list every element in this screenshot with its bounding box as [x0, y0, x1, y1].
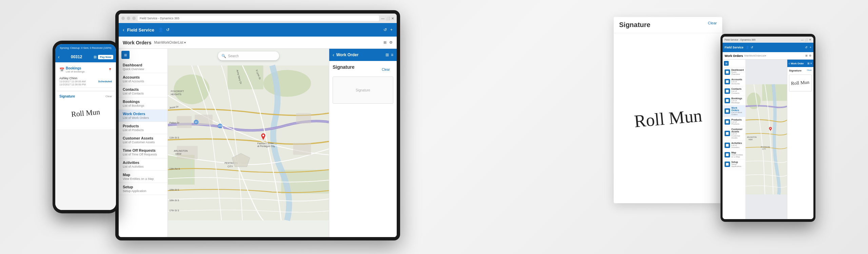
st-sub-header: Work Orders MainWorkOrderList▾ ⊞ ⚙	[723, 52, 813, 60]
browser-btn-min[interactable]	[127, 17, 130, 20]
phone-sig-area[interactable]: Roll Mun	[59, 100, 112, 127]
phone-status-bar: Syncing: Cleanup: 0 Sent, 0 Received (10…	[55, 44, 116, 51]
map-search-bar[interactable]: 🔍 Search	[218, 51, 279, 60]
svg-text:13th Rd S: 13th Rd S	[169, 168, 180, 170]
sidebar-item-setup[interactable]: Setup Setup Application	[119, 183, 167, 195]
sidebar-item-accounts[interactable]: Accounts List of Accounts	[119, 73, 167, 85]
browser-minimize-btn[interactable]: —	[381, 17, 384, 20]
st-right-menu-icon[interactable]: ≡	[810, 62, 812, 65]
st-refresh-icon[interactable]: ↺	[805, 46, 808, 49]
phone-bookings-icon: 📅	[59, 67, 64, 72]
sidebar-item-customer-assets[interactable]: Customer Assets List of Customer Assets	[119, 134, 167, 146]
st-sidebar-item-contacts[interactable]: Contacts List of Contacts	[723, 86, 745, 96]
phone-bookings-section: 📅 Bookings List of bookings 📍 Ashley Chi…	[57, 64, 115, 90]
browser-url-bar[interactable]: Field Service - Dynamics 365	[138, 16, 379, 21]
st-right-back-button[interactable]: ‹	[789, 62, 790, 65]
tablet-large: Field Service - Dynamics 365 — ⬜ ✕ ‹ Fie…	[115, 10, 400, 240]
st-sidebar-item-bookings[interactable]: Bookings List of Bookings	[723, 96, 745, 105]
svg-point-1	[174, 75, 210, 104]
phone-location-icon[interactable]: 📍	[108, 68, 112, 71]
phone-pay-now-button[interactable]: Pay Now	[98, 55, 113, 59]
phone-booking-date-to: 11/2/2017 12:30:00 PM	[59, 83, 86, 86]
dp-clear-button[interactable]: Clear	[708, 21, 717, 25]
settings-icon[interactable]: ⚙	[389, 40, 393, 45]
browser-close-btn[interactable]: ✕	[391, 17, 394, 20]
app-body: ⊞ Dashboard Quick Overview Accounts List…	[119, 49, 397, 237]
st-restore-btn[interactable]: ⬜	[805, 38, 808, 41]
phone-header: ‹ 00312 ⊞ Pay Now	[55, 51, 116, 62]
detail-clear-button[interactable]: Clear	[382, 64, 393, 71]
st-workorders-icon	[725, 108, 730, 114]
detail-back-button[interactable]: ‹	[333, 52, 334, 58]
refresh-icon[interactable]: ↺	[383, 27, 387, 32]
scene: Field Service - Dynamics 365 — ⬜ ✕ ‹ Fie…	[0, 0, 868, 254]
sidebar-item-setup-subtitle: Setup Application	[123, 189, 163, 193]
sidebar-item-contacts-subtitle: List of Contacts	[123, 92, 163, 95]
tablet-large-screen: Field Service - Dynamics 365 — ⬜ ✕ ‹ Fie…	[119, 14, 397, 237]
phone-sig-clear-button[interactable]: Clear	[105, 95, 112, 98]
detail-header-right: ⊞ ≡	[386, 52, 393, 57]
sidebar-item-customer-assets-subtitle: List of Customer Assets	[123, 141, 163, 144]
st-grid-icon[interactable]: ⊞	[805, 54, 808, 57]
phone-sig-header: Signature Clear	[59, 94, 112, 98]
app-back-button[interactable]: ‹	[123, 27, 124, 33]
map-search-icon: 🔍	[221, 54, 226, 58]
st-sidebar-item-accounts[interactable]: Accounts List of Accounts	[723, 77, 745, 86]
sidebar-logo-row: ⊞	[119, 49, 167, 61]
phone-bookings-title: Bookings	[66, 66, 85, 70]
st-sidebar-item-activities[interactable]: Activities List of Activities	[723, 141, 745, 150]
st-setup-icon	[725, 162, 730, 167]
st-sidebar-item-dashboard[interactable]: Dashboard Quick Overview	[723, 67, 745, 77]
detail-menu-icon[interactable]: ≡	[391, 52, 393, 57]
st-settings-icon[interactable]: ⚙	[809, 54, 811, 57]
grid-icon[interactable]: ⊞	[383, 40, 387, 45]
detail-signature-area[interactable]: Signature	[333, 77, 393, 104]
st-sync-icon[interactable]: ↺	[751, 46, 753, 49]
sync-icon[interactable]: ↺	[166, 27, 170, 32]
st-right-grid-icon[interactable]: ⊞	[807, 62, 810, 65]
detail-panel: ‹ Work Order ⊞ ≡ Signature Clear Signat	[329, 49, 397, 237]
st-sidebar-item-workorders[interactable]: Work Orders List of Work Orders	[723, 105, 745, 117]
st-add-icon[interactable]: +	[810, 46, 811, 49]
sidebar-item-time-off[interactable]: Time Off Requests List of Time Off Reque…	[119, 146, 167, 158]
st-sidebar-item-products[interactable]: Products List of Products	[723, 117, 745, 127]
sidebar-item-products[interactable]: Products List of Products	[119, 122, 167, 134]
phone-back-button[interactable]: ‹	[58, 54, 60, 60]
phone-order-number: 00312	[62, 55, 92, 59]
st-right-clear-button[interactable]: Clear	[807, 69, 812, 71]
st-close-btn[interactable]: ✕	[809, 38, 811, 41]
sidebar-item-bookings[interactable]: Bookings List of Bookings	[119, 98, 167, 110]
phone-bookings-title-group: Bookings List of bookings	[66, 66, 85, 73]
st-right-sig-area[interactable]: Roll Mun	[789, 75, 812, 91]
st-sidebar-item-setup[interactable]: Setup Setup Application	[723, 160, 745, 169]
add-icon[interactable]: +	[390, 27, 393, 32]
phone-booking-row[interactable]: Ashley Chinn 11/2/2017 11:00:00 AM 11/2/…	[59, 75, 112, 88]
st-signature-text: Roll Mun	[791, 80, 810, 86]
st-sidebar-item-map[interactable]: Map View Entities on a Map	[723, 150, 745, 160]
sidebar-item-activities[interactable]: Activities List of Activities	[119, 158, 167, 171]
tablet-small: Field Service - Dynamics 365 — ⬜ ✕ Field…	[721, 34, 815, 222]
sidebar-item-activities-title: Activities	[123, 161, 163, 165]
browser-btn-close[interactable]	[121, 17, 125, 20]
detail-grid-icon[interactable]: ⊞	[386, 52, 389, 57]
chevron-down-icon[interactable]: ▾	[184, 41, 186, 44]
st-sidebar-item-customer-assets[interactable]: Customer Assets List of Customer Assets	[723, 127, 745, 141]
st-header-right: ↺ +	[805, 46, 811, 49]
st-sidebar-setup-text: Setup Setup Application	[731, 161, 743, 167]
sidebar-item-bookings-title: Bookings	[123, 100, 163, 104]
phone-signature-text: Roll Mun	[71, 107, 100, 119]
dp-body: Roll Mun	[614, 33, 722, 203]
phone-booking-status: Scheduled	[98, 80, 112, 83]
sidebar-item-map[interactable]: Map View Entities on a Map	[119, 171, 167, 183]
svg-text:11th St S: 11th St S	[169, 136, 179, 139]
sidebar-item-workorders[interactable]: Work Orders List of Work Orders	[119, 110, 167, 122]
phone-grid-icon[interactable]: ⊞	[94, 55, 97, 59]
phone: Syncing: Cleanup: 0 Sent, 0 Received (10…	[53, 41, 119, 213]
browser-restore-btn[interactable]: ⬜	[386, 17, 390, 20]
st-sidebar-map-text: Map View Entities on a Map	[731, 151, 743, 158]
browser-btn-max[interactable]	[132, 17, 136, 20]
map-search-text: Search	[228, 54, 239, 58]
sidebar-item-dashboard[interactable]: Dashboard Quick Overview	[119, 61, 167, 73]
sidebar-item-contacts[interactable]: Contacts List of Contacts	[119, 85, 167, 98]
st-minimize-btn[interactable]: —	[801, 38, 804, 41]
